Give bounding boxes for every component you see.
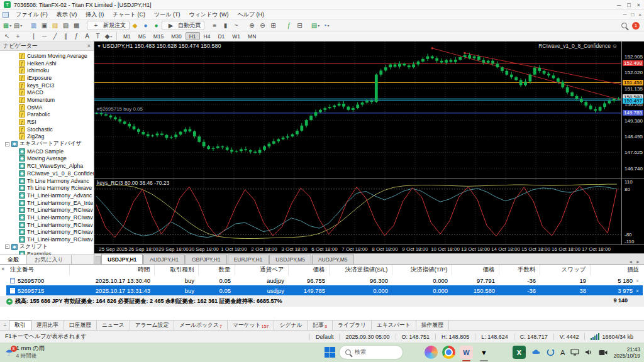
- terminal-tab-1[interactable]: 運用比率: [31, 321, 64, 330]
- camera-icon[interactable]: [599, 349, 608, 356]
- vertical-line-icon[interactable]: |: [28, 31, 39, 41]
- autotrading-button[interactable]: ▶ 自動売買: [162, 21, 204, 30]
- timeframe-m5[interactable]: M5: [135, 32, 150, 40]
- terminal-tab-3[interactable]: ニュース: [97, 321, 130, 330]
- new-order-button[interactable]: + 新規注文: [87, 21, 130, 30]
- dropdown-caret-icon[interactable]: ▾: [318, 23, 319, 28]
- taskbar-app-task-view[interactable]: [407, 346, 420, 359]
- new-chart-icon[interactable]: ▦▾: [2, 21, 13, 30]
- fibonacci-icon[interactable]: ƒ: [71, 31, 82, 41]
- orders-col-header-5[interactable]: 価格: [288, 265, 329, 275]
- menu-item-2[interactable]: 挿入 (I): [81, 11, 108, 18]
- time-axis[interactable]: 25 Sep 202526 Sep 18:0029 Sep 18:0030 Se…: [94, 244, 644, 253]
- taskbar-app-chrome[interactable]: [442, 346, 455, 359]
- terminal-tab-2[interactable]: 口座履歴: [64, 321, 97, 330]
- menu-item-6[interactable]: ヘルプ (H): [233, 11, 269, 18]
- onedrive-cloud-icon[interactable]: [531, 349, 541, 356]
- navigator-item-4[interactable]: ƒkeys_RCI3: [0, 82, 94, 89]
- navigator-item-7[interactable]: ƒOsMA: [0, 104, 94, 111]
- price-axis[interactable]: 152.905152.020151.135150.265149.380148.4…: [621, 41, 644, 178]
- templates-icon[interactable]: ▤▾: [310, 21, 321, 30]
- mdi-close-button[interactable]: ×: [638, 12, 641, 18]
- timeframe-w1[interactable]: W1: [228, 32, 244, 40]
- navigator-item-21[interactable]: ◆TH_LineHarmony_RCIwav: [0, 206, 94, 214]
- close-button[interactable]: ×: [637, 2, 640, 8]
- close-position-icon[interactable]: ×: [636, 278, 639, 284]
- connection-status[interactable]: 16604/34 kb: [584, 333, 639, 340]
- navigator-item-9[interactable]: ƒRSI: [0, 118, 94, 126]
- trendline-icon[interactable]: ╱: [50, 31, 60, 41]
- orders-col-header-8[interactable]: 価格: [452, 265, 499, 275]
- timeframe-mn[interactable]: MN: [244, 32, 260, 40]
- menu-item-3[interactable]: チャート (C): [108, 11, 150, 18]
- shapes-icon[interactable]: ◆▾: [103, 31, 114, 41]
- order-row-52695715[interactable]: 526957152025.10.17 13:31:43buy0.05usdjpy…: [6, 285, 643, 295]
- orders-col-header-10[interactable]: スワップ: [540, 265, 590, 275]
- terminal-tab-5[interactable]: メールボックス7: [174, 321, 228, 330]
- device-icon[interactable]: [570, 349, 579, 356]
- terminal-tab-9[interactable]: ライブラリ: [333, 321, 372, 330]
- navigator-group-26[interactable]: −◆スクリプト: [0, 243, 94, 251]
- navigator-item-0[interactable]: ƒCustom Moving Average: [0, 52, 94, 60]
- horizontal-line-icon[interactable]: ─: [39, 31, 50, 41]
- close-position-icon[interactable]: ×: [636, 288, 639, 294]
- orders-col-header-2[interactable]: 取引種別: [154, 265, 198, 275]
- cursor-icon[interactable]: ↖: [2, 31, 13, 41]
- navigator-item-23[interactable]: ◆TH_LineHarmony_RCIwav: [0, 221, 94, 229]
- navigator-item-15[interactable]: ◆RCI_WaveSync_Alpha: [0, 162, 94, 170]
- terminal-tab-7[interactable]: シグナル: [274, 321, 308, 330]
- navigator-item-22[interactable]: ◆TH_LineHarmony_RCIwav: [0, 214, 94, 221]
- navigator-icon[interactable]: ▨: [50, 21, 60, 30]
- collapse-icon[interactable]: −: [5, 142, 9, 146]
- ime-mode-indicator[interactable]: A: [560, 349, 565, 356]
- navigator-tab-1[interactable]: お気に入り: [27, 255, 72, 264]
- navigator-item-18[interactable]: ◆Th Line Harmony Rciwave: [0, 184, 94, 192]
- zoom-in-icon[interactable]: ⊕: [247, 21, 257, 30]
- minimize-button[interactable]: ─: [617, 2, 621, 8]
- navigator-item-25[interactable]: ◆TH_LineHarmony_RCIwav: [0, 236, 94, 243]
- menu-item-0[interactable]: ファイル (F): [11, 11, 52, 18]
- taskbar-app-word[interactable]: W: [460, 346, 473, 359]
- strategy-tester-icon[interactable]: ▩: [71, 21, 82, 30]
- profiles-icon[interactable]: ▤▾: [13, 21, 23, 30]
- chart-tab-usdjpy-m5[interactable]: USDJPY,M5: [269, 255, 311, 264]
- rci-indicator-panel[interactable]: keys_RCI3 80.00 38.46 -70.23 11080-80-11…: [94, 178, 644, 244]
- globe-icon[interactable]: ●: [151, 21, 162, 30]
- dropdown-caret-icon[interactable]: ▾: [328, 23, 330, 28]
- navigator-item-17[interactable]: ◆Th Line Harmony Advanc: [0, 177, 94, 185]
- timeframe-m30[interactable]: M30: [167, 32, 186, 40]
- terminal-tab-10[interactable]: エキスパート: [372, 321, 416, 330]
- label-icon[interactable]: T: [92, 31, 103, 41]
- menu-item-1[interactable]: 表示 (V): [52, 11, 82, 18]
- orders-col-header-4[interactable]: 通貨ペア: [235, 265, 288, 275]
- timeframe-m1[interactable]: M1: [119, 32, 135, 40]
- navigator-item-16[interactable]: ◆RCIwave_v1_0_8_Confider: [0, 170, 94, 177]
- navigator-tab-0[interactable]: 全般: [0, 255, 27, 264]
- navigator-item-8[interactable]: ƒParabolic: [0, 111, 94, 119]
- navigator-item-5[interactable]: ƒMACD: [0, 89, 94, 96]
- channel-icon[interactable]: ∥: [60, 31, 71, 41]
- indicators-icon[interactable]: ƒ: [284, 21, 294, 30]
- price-chart[interactable]: ▼USDJPY,H1 150.483 150.628 150.474 150.5…: [94, 41, 644, 178]
- sync-icon[interactable]: [547, 348, 555, 356]
- taskbar-search[interactable]: 検索: [340, 346, 402, 359]
- terminal-tab-8[interactable]: 記事3: [308, 321, 333, 330]
- orders-col-header-0[interactable]: 注文番号: [6, 265, 69, 275]
- terminal-icon[interactable]: ▧: [60, 21, 71, 30]
- deposit-icon[interactable]: +: [6, 299, 13, 305]
- taskbar-app-titanfx[interactable]: ▼: [477, 346, 491, 359]
- navigator-item-13[interactable]: ◆MACD Sample: [0, 148, 94, 155]
- orders-col-header-6[interactable]: 決済逆指値(S/L): [329, 265, 392, 275]
- symbol-dropdown-icon[interactable]: ▼: [97, 44, 101, 48]
- maximize-button[interactable]: □: [627, 2, 630, 8]
- notifications-icon[interactable]: 1: [632, 22, 640, 30]
- navigator-item-14[interactable]: ◆Moving Average: [0, 155, 94, 163]
- metaeditor-icon[interactable]: ◆: [130, 21, 140, 30]
- timeframe-d1[interactable]: D1: [214, 32, 228, 40]
- navigator-item-6[interactable]: ƒMomentum: [0, 96, 94, 104]
- line-chart-icon[interactable]: ~: [231, 21, 242, 30]
- terminal-tab-0[interactable]: 取引: [9, 321, 31, 330]
- orders-col-header-1[interactable]: 時間: [69, 265, 154, 275]
- tab-scroll-left-icon[interactable]: ◄: [628, 260, 633, 264]
- community-icon[interactable]: ●: [140, 21, 151, 30]
